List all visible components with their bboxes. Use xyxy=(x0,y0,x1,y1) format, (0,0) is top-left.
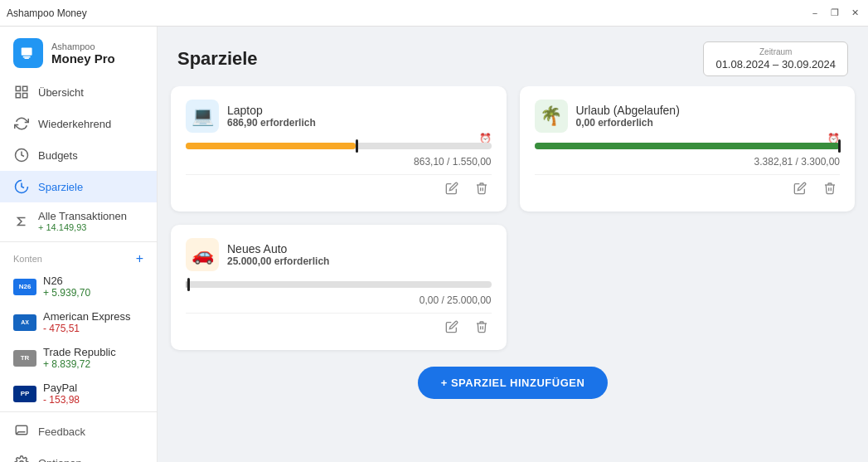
svg-rect-4 xyxy=(23,86,27,90)
add-account-button[interactable]: + xyxy=(136,252,143,265)
savings-goals-top-row: 💻 Laptop 686,90 erforderlich ⏰ xyxy=(171,86,855,212)
app-name-top: Ashampoo xyxy=(51,41,115,51)
sidebar: Ashampoo Money Pro Übersicht Wiederkehre… xyxy=(0,27,158,462)
date-range-value: 01.08.2024 – 30.09.2024 xyxy=(715,58,836,71)
svg-rect-3 xyxy=(16,86,20,90)
account-item-paypal[interactable]: PP PayPal - 153,98 xyxy=(0,376,157,411)
car-delete-button[interactable] xyxy=(472,317,492,337)
car-amounts: 0,00 / 25.000,00 xyxy=(186,294,492,306)
laptop-icon: 💻 xyxy=(186,100,219,133)
cards-area: 💻 Laptop 686,90 erforderlich ⏰ xyxy=(158,86,868,462)
savings-card-laptop: 💻 Laptop 686,90 erforderlich ⏰ xyxy=(171,86,507,212)
account-item-n26[interactable]: N26 N26 + 5.939,70 xyxy=(0,269,157,304)
savings-card-car: 🚗 Neues Auto 25.000,00 erforderlich ⏰ xyxy=(171,225,507,350)
accounts-section-label: Konten + xyxy=(0,244,157,269)
vacation-progress-fill xyxy=(535,143,841,149)
laptop-delete-button[interactable] xyxy=(472,178,492,198)
titlebar: Ashampoo Money − ❐ ✕ xyxy=(0,0,868,27)
trade-republic-balance: + 8.839,72 xyxy=(43,358,116,370)
laptop-progress-section: ⏰ xyxy=(186,143,492,149)
minimize-button[interactable]: − xyxy=(808,7,822,20)
app-logo xyxy=(13,38,43,68)
vacation-progress-bar xyxy=(535,143,841,149)
sidebar-item-feedback[interactable]: Feedback xyxy=(0,416,157,447)
date-range-box[interactable]: Zeitraum 01.08.2024 – 30.09.2024 xyxy=(703,41,848,76)
sidebar-label-options: Optionen xyxy=(38,457,82,463)
sidebar-item-all-transactions[interactable]: Alle Transaktionen + 14.149,93 xyxy=(0,202,157,240)
car-edit-button[interactable] xyxy=(442,317,462,337)
laptop-progress-bar xyxy=(186,143,492,149)
sidebar-item-overview[interactable]: Übersicht xyxy=(0,76,157,108)
savings-card-vacation: 🌴 Urlaub (Abgelaufen) 0,00 erforderlich … xyxy=(520,86,856,212)
refresh-icon xyxy=(13,115,30,132)
svg-rect-6 xyxy=(23,94,27,98)
laptop-card-info: Laptop 686,90 erforderlich xyxy=(227,104,316,129)
main-content: Sparziele Zeitraum 01.08.2024 – 30.09.20… xyxy=(158,27,868,462)
restore-button[interactable]: ❐ xyxy=(828,7,841,20)
amex-icon: AX xyxy=(13,314,36,331)
close-button[interactable]: ✕ xyxy=(848,7,861,20)
sidebar-label-budgets: Budgets xyxy=(38,149,78,162)
car-card-header: 🚗 Neues Auto 25.000,00 erforderlich xyxy=(186,238,492,271)
paypal-name: PayPal xyxy=(43,382,80,394)
laptop-card-actions xyxy=(186,174,492,198)
account-item-amex[interactable]: AX American Express - 475,51 xyxy=(0,304,157,340)
budget-icon xyxy=(13,147,30,163)
n26-balance: + 5.939,70 xyxy=(43,287,90,299)
paypal-balance: - 153,98 xyxy=(43,394,80,406)
app-name: Ashampoo Money Pro xyxy=(51,41,115,66)
sidebar-nav: Übersicht Wiederkehrend Budgets xyxy=(0,76,157,411)
vacation-progress-section: ⏰ xyxy=(535,143,841,149)
sidebar-label-recurring: Wiederkehrend xyxy=(38,118,111,130)
laptop-amounts: 863,10 / 1.550,00 xyxy=(186,156,492,168)
car-progress-bar xyxy=(186,281,492,288)
sidebar-item-options[interactable]: Optionen xyxy=(0,447,157,462)
vacation-card-actions xyxy=(535,174,841,198)
car-card-actions xyxy=(186,313,492,337)
laptop-required: 686,90 erforderlich xyxy=(227,117,316,129)
n26-icon: N26 xyxy=(13,279,36,295)
car-card-info: Neues Auto 25.000,00 erforderlich xyxy=(227,242,329,267)
svg-rect-0 xyxy=(22,48,32,56)
trade-republic-icon: TR xyxy=(13,350,36,367)
page-title: Sparziele xyxy=(177,48,258,70)
vacation-edit-button[interactable] xyxy=(790,178,810,198)
car-progress-section: ⏰ xyxy=(186,281,492,288)
sidebar-label-savings: Sparziele xyxy=(38,181,83,193)
sidebar-item-savings[interactable]: Sparziele xyxy=(0,171,157,202)
laptop-card-header: 💻 Laptop 686,90 erforderlich xyxy=(186,100,492,133)
feedback-icon xyxy=(13,423,30,440)
date-range-label: Zeitraum xyxy=(715,47,836,56)
sidebar-item-recurring[interactable]: Wiederkehrend xyxy=(0,108,157,139)
laptop-progress-fill xyxy=(186,143,356,149)
amex-name: American Express xyxy=(43,310,130,323)
svg-rect-1 xyxy=(23,56,31,58)
all-transactions-badge: + 14.149,93 xyxy=(38,222,127,232)
sidebar-header: Ashampoo Money Pro xyxy=(0,27,157,76)
amex-balance: - 475,51 xyxy=(43,323,130,334)
vacation-card-info: Urlaub (Abgelaufen) 0,00 erforderlich xyxy=(576,104,680,129)
sigma-icon xyxy=(13,213,30,230)
vacation-progress-marker xyxy=(838,139,841,153)
add-savings-btn-area: + SPARZIEL HINZUFÜGEN xyxy=(171,350,855,407)
main-header: Sparziele Zeitraum 01.08.2024 – 30.09.20… xyxy=(158,27,868,86)
sidebar-bottom: Feedback Optionen Hilfe xyxy=(0,411,157,462)
laptop-edit-button[interactable] xyxy=(442,178,462,198)
car-name: Neues Auto xyxy=(227,242,329,255)
vacation-delete-button[interactable] xyxy=(820,178,840,198)
paypal-icon: PP xyxy=(13,386,36,402)
savings-icon xyxy=(13,178,30,195)
vacation-icon: 🌴 xyxy=(535,100,568,133)
titlebar-controls: − ❐ ✕ xyxy=(808,7,861,20)
add-savings-goal-button[interactable]: + SPARZIEL HINZUFÜGEN xyxy=(418,367,609,399)
vacation-required: 0,00 erforderlich xyxy=(576,117,680,129)
svg-rect-5 xyxy=(16,94,20,98)
account-item-trade-republic[interactable]: TR Trade Republic + 8.839,72 xyxy=(0,340,157,376)
titlebar-title: Ashampoo Money xyxy=(7,7,87,19)
sidebar-item-budgets[interactable]: Budgets xyxy=(0,139,157,171)
grid-icon xyxy=(13,84,30,100)
car-icon: 🚗 xyxy=(186,238,219,271)
sidebar-label-overview: Übersicht xyxy=(38,86,84,99)
n26-name: N26 xyxy=(43,275,90,287)
trade-republic-name: Trade Republic xyxy=(43,346,116,358)
